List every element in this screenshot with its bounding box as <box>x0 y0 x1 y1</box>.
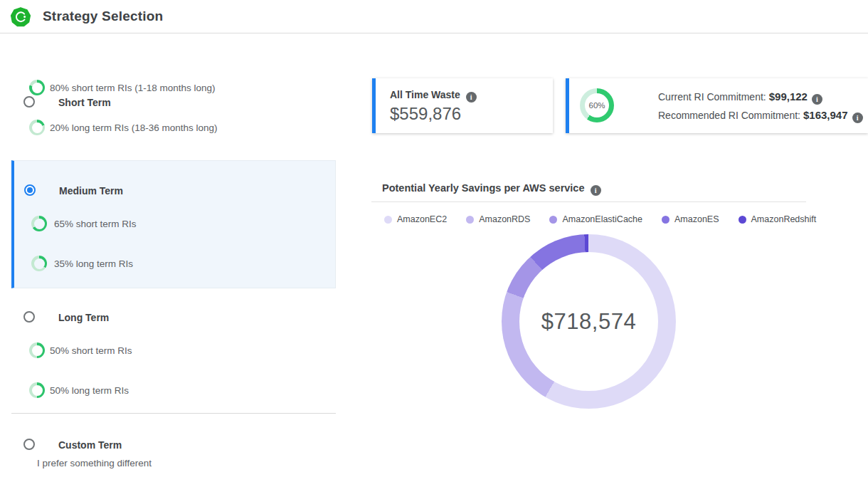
info-icon[interactable]: i <box>466 92 477 103</box>
ri-commitment-card: 60% Current RI Commitment:$99,122i Recom… <box>566 78 868 133</box>
waste-card-value: $559,876 <box>390 104 461 124</box>
strategy-section-long-term[interactable]: Long Term 50% short term RIs 50% long te… <box>11 288 336 406</box>
commitment-gauge-label: 60% <box>585 93 609 117</box>
ri-mix-donut <box>31 256 47 271</box>
commitment-gauge: 60% <box>580 88 614 122</box>
current-ri-commitment: Current RI Commitment:$99,122i <box>658 88 863 106</box>
section-divider <box>11 413 336 414</box>
legend-dot <box>466 216 474 224</box>
long-term-radio[interactable] <box>23 311 35 323</box>
waste-card-title: All Time Waste i <box>390 89 477 103</box>
chart-divider <box>371 201 806 202</box>
section-title: Long Term <box>58 312 109 323</box>
legend-dot <box>384 216 392 224</box>
page-header: Strategy Selection <box>0 0 868 33</box>
savings-total-value: $718,574 <box>541 309 636 335</box>
strategy-section-medium-term[interactable]: Medium Term 65% short term RIs 35% long … <box>11 160 336 288</box>
legend-dot <box>662 216 669 224</box>
ri-mix-label: 35% long term RIs <box>54 258 133 269</box>
custom-term-radio[interactable] <box>23 439 35 450</box>
chart-title: Potential Yearly Savings per AWS service… <box>382 182 601 196</box>
legend-item-amazones[interactable]: AmazonES <box>662 214 719 224</box>
custom-term-description: I prefer something different <box>37 458 152 469</box>
medium-term-radio[interactable] <box>24 184 36 196</box>
strategy-selection-page: Strategy Selection Short Term 80% short … <box>0 0 868 492</box>
legend-item-amazonrds[interactable]: AmazonRDS <box>466 214 530 224</box>
cloudability-logo-icon <box>11 7 31 27</box>
strategy-section-custom-term[interactable]: Custom Term I prefer something different <box>11 427 336 484</box>
legend-dot <box>739 216 746 224</box>
legend-item-amazonredshift[interactable]: AmazonRedshift <box>739 214 817 224</box>
section-title: Short Term <box>58 97 111 108</box>
legend-dot <box>549 216 557 224</box>
ri-mix-label: 50% short term RIs <box>50 345 132 356</box>
recommended-ri-value: $163,947 <box>803 109 848 121</box>
ri-mix-donut <box>31 216 47 231</box>
info-icon[interactable]: i <box>812 94 822 105</box>
all-time-waste-card: All Time Waste i $559,876 <box>372 78 553 133</box>
recommended-ri-commitment: Recommended RI Commitment:$163,947i <box>658 106 863 125</box>
legend-item-amazonec2[interactable]: AmazonEC2 <box>384 214 447 224</box>
section-title: Custom Term <box>58 439 122 451</box>
page-title: Strategy Selection <box>43 0 163 33</box>
ri-mix-donut <box>29 80 45 95</box>
ri-mix-donut <box>29 120 45 135</box>
ri-mix-label: 65% short term RIs <box>54 219 137 229</box>
ri-mix-label: 20% long term RIs (18-36 months long) <box>50 122 218 133</box>
commitment-lines: Current RI Commitment:$99,122i Recommend… <box>658 88 863 125</box>
ri-mix-label: 80% short term RIs (1-18 months long) <box>50 83 216 93</box>
savings-donut-center: $718,574 <box>519 252 658 391</box>
info-icon[interactable]: i <box>591 185 601 196</box>
short-term-radio[interactable] <box>23 96 35 108</box>
info-icon[interactable]: i <box>852 112 863 123</box>
ri-mix-donut <box>29 342 45 358</box>
savings-donut-chart[interactable]: $718,574 <box>502 234 676 409</box>
section-title: Medium Term <box>59 185 123 197</box>
legend-item-amazonelasticache[interactable]: AmazonElastiCache <box>549 214 642 224</box>
chart-legend: AmazonEC2 AmazonRDS AmazonElastiCache Am… <box>384 214 816 224</box>
strategy-section-short-term[interactable]: Short Term 80% short term RIs (1-18 mont… <box>11 46 336 153</box>
ri-mix-donut <box>29 382 45 398</box>
current-ri-value: $99,122 <box>769 90 808 103</box>
ri-mix-label: 50% long term RIs <box>50 385 129 396</box>
